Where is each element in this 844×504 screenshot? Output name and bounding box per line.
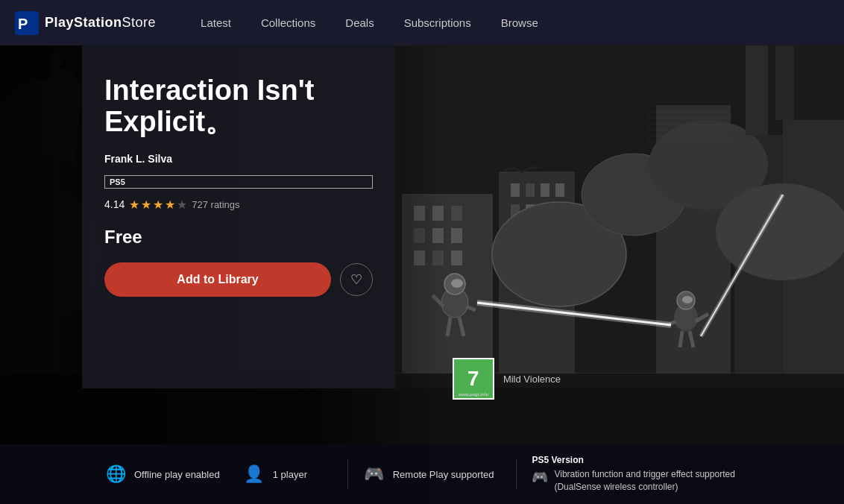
- svg-rect-21: [511, 183, 520, 197]
- logo-text: PlayStationStore: [45, 15, 156, 31]
- nav-item-collections[interactable]: Collections: [261, 10, 315, 35]
- hero-section: Interaction Isn't Explicit。 Frank L. Sil…: [0, 45, 844, 504]
- rating-count: 727 ratings: [192, 199, 239, 210]
- main-nav: Latest Collections Deals Subscriptions B…: [201, 10, 538, 35]
- star-1: ★: [129, 198, 139, 212]
- add-to-library-button[interactable]: Add to Library: [104, 262, 331, 297]
- stars-container: ★ ★ ★ ★ ★: [129, 198, 187, 212]
- game-author: Frank L. Silva: [104, 153, 373, 165]
- platform-badge: PS5: [104, 175, 373, 189]
- pegi-descriptor: Mild Violence: [503, 374, 561, 385]
- svg-rect-12: [451, 206, 462, 221]
- player-count-text: 1 player: [273, 469, 307, 480]
- header: P PlayStationStore Latest Collections De…: [0, 0, 844, 45]
- svg-rect-22: [526, 183, 535, 197]
- star-5: ★: [177, 198, 187, 212]
- feature-offline-play: 🌐 Offline play enabled: [104, 464, 243, 484]
- svg-rect-60: [775, 45, 794, 120]
- nav-item-browse[interactable]: Browse: [501, 10, 538, 35]
- ps5-version-section: PS5 Version 🎮 Vibration function and tri…: [532, 455, 740, 494]
- feature-divider-1: [347, 459, 348, 489]
- wishlist-button[interactable]: ♡: [340, 263, 373, 296]
- globe-icon: 🌐: [104, 464, 127, 484]
- pegi-badge: 7 www.pegi.info Mild Violence: [453, 358, 561, 400]
- rating-row: 4.14 ★ ★ ★ ★ ★ 727 ratings: [104, 198, 373, 212]
- nav-item-subscriptions[interactable]: Subscriptions: [404, 10, 471, 35]
- game-price: Free: [104, 227, 373, 248]
- game-info-panel: Interaction Isn't Explicit。 Frank L. Sil…: [82, 45, 395, 388]
- nav-item-latest[interactable]: Latest: [201, 10, 231, 35]
- person-icon: 👤: [243, 464, 265, 484]
- remote-play-text: Remote Play supported: [393, 469, 494, 480]
- offline-play-text: Offline play enabled: [134, 469, 220, 480]
- feature-remote-play: 🎮 Remote Play supported: [363, 464, 502, 484]
- playstation-icon: P: [15, 11, 39, 35]
- logo[interactable]: P PlayStationStore: [15, 11, 156, 35]
- svg-text:P: P: [18, 16, 28, 32]
- svg-rect-23: [541, 183, 549, 197]
- svg-rect-15: [451, 228, 462, 243]
- controller-icon: 🎮: [363, 464, 385, 484]
- pegi-url: www.pegi.info: [459, 392, 488, 397]
- ps5-version-detail: 🎮 Vibration function and trigger effect …: [532, 468, 740, 494]
- feature-divider-2: [516, 459, 517, 489]
- dualsense-icon: 🎮: [532, 469, 548, 485]
- ps5-version-title: PS5 Version: [532, 455, 740, 465]
- button-row: Add to Library ♡: [104, 262, 373, 297]
- svg-line-51: [680, 331, 682, 347]
- rating-value: 4.14: [104, 198, 125, 210]
- star-3: ★: [153, 198, 163, 212]
- svg-point-50: [682, 296, 693, 303]
- game-title: Interaction Isn't Explicit。: [104, 75, 373, 138]
- nav-item-deals[interactable]: Deals: [345, 10, 374, 35]
- star-2: ★: [141, 198, 151, 212]
- ps5-version-text: Vibration function and trigger effect su…: [554, 468, 740, 494]
- heart-icon: ♡: [350, 271, 362, 288]
- star-4: ★: [165, 198, 175, 212]
- svg-point-42: [451, 279, 463, 288]
- pegi-number: 7 www.pegi.info: [453, 358, 494, 400]
- feature-player-count: 👤 1 player: [243, 464, 333, 484]
- features-bar: 🌐 Offline play enabled 👤 1 player 🎮 Remo…: [0, 444, 844, 504]
- svg-rect-24: [555, 183, 564, 197]
- svg-rect-59: [746, 45, 768, 135]
- svg-rect-18: [451, 251, 462, 265]
